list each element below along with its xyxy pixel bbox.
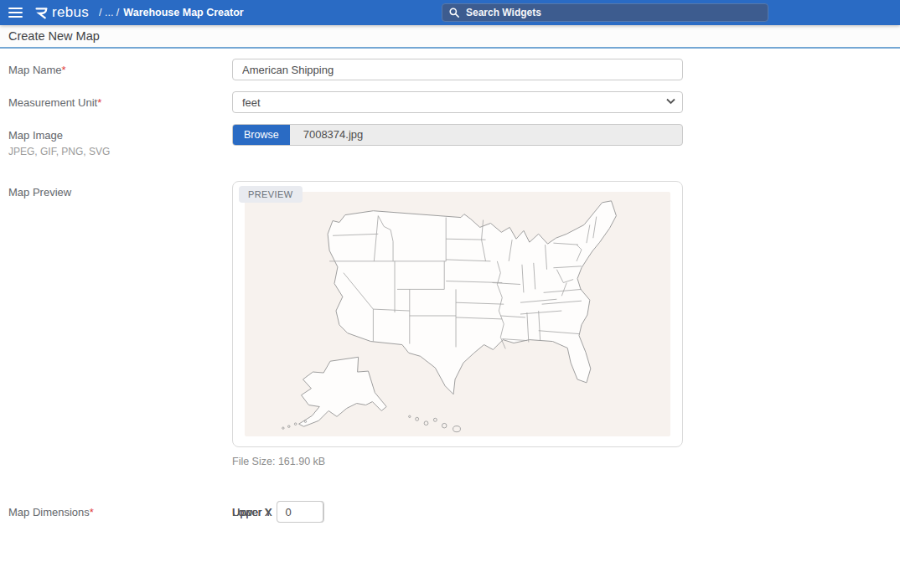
required-asterisk: *	[90, 506, 94, 518]
breadcrumb-collapsed[interactable]: / ... /	[99, 7, 119, 18]
map-dimensions-row: Map Dimensions* Upper Y Lower X Upper X …	[0, 501, 900, 588]
map-preview-label: Map Preview	[0, 181, 232, 467]
browse-button[interactable]: Browse	[233, 125, 290, 145]
required-asterisk: *	[97, 96, 101, 109]
preview-badge: PREVIEW	[239, 186, 303, 203]
page-title-bar: Create New Map	[0, 25, 900, 49]
required-asterisk: *	[62, 64, 66, 76]
search-icon	[449, 8, 459, 18]
map-image-formats: JPEG, GIF, PNG, SVG	[8, 146, 232, 157]
map-dimensions-group: Upper Y Lower X Upper X Lower Y	[232, 501, 683, 588]
map-preview-row: Map Preview PREVIEW	[0, 181, 900, 467]
search-input[interactable]	[464, 6, 761, 19]
lower-y-field: Lower Y	[232, 501, 323, 523]
map-preview-card: PREVIEW	[232, 181, 683, 447]
measurement-unit-row: Measurement Unit* feet	[0, 91, 900, 113]
file-size-text: File Size: 161.90 kB	[232, 456, 683, 467]
map-name-row: Map Name*	[0, 59, 900, 80]
map-name-input[interactable]	[232, 59, 683, 80]
top-nav-bar: rebus / ... / Warehouse Map Creator	[0, 0, 900, 25]
page-title: Create New Map	[8, 29, 100, 43]
map-image-file-input[interactable]: Browse 7008374.jpg	[232, 124, 683, 146]
measurement-unit-label: Measurement Unit*	[0, 91, 232, 113]
rebus-logo-icon	[34, 6, 49, 20]
map-image-row: Map Image JPEG, GIF, PNG, SVG Browse 700…	[0, 124, 900, 157]
lower-y-input[interactable]	[277, 501, 323, 523]
lower-y-label: Lower Y	[232, 506, 272, 518]
breadcrumb: / ... / Warehouse Map Creator	[99, 7, 244, 18]
logo-text: rebus	[52, 5, 89, 19]
widget-search-box[interactable]	[442, 3, 768, 22]
map-name-label: Map Name*	[0, 59, 232, 80]
map-dimensions-label: Map Dimensions*	[0, 501, 232, 588]
rebus-logo[interactable]: rebus	[34, 6, 89, 20]
hamburger-menu-icon[interactable]	[8, 5, 23, 20]
map-preview-image	[245, 192, 670, 436]
selected-file-name: 7008374.jpg	[290, 125, 364, 145]
map-image-label: Map Image JPEG, GIF, PNG, SVG	[0, 124, 232, 157]
measurement-unit-select[interactable]: feet	[232, 91, 683, 113]
create-map-form: Map Name* Measurement Unit* feet Map Ima…	[0, 59, 900, 588]
breadcrumb-current-page: Warehouse Map Creator	[123, 7, 243, 18]
